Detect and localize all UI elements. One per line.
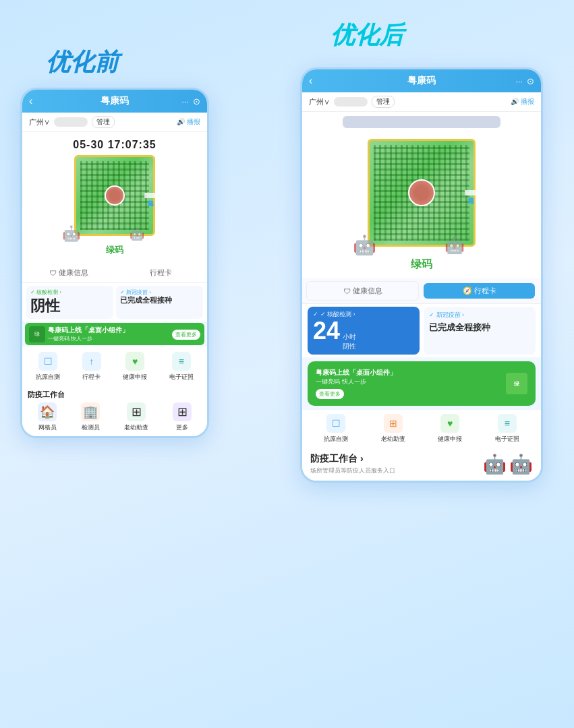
after-tab-travel[interactable]: 🧭 行程卡 xyxy=(424,283,535,299)
after-icon-laoyou[interactable]: ⊞ 老幼助查 xyxy=(381,414,405,444)
banner-text: 粤康码上线「桌面小组件」 一键亮码 快人一步 xyxy=(48,326,169,342)
work-item-wangge[interactable]: 🏠 网格员 xyxy=(38,402,57,432)
after-faq-label[interactable]: 常见问题 xyxy=(465,190,477,195)
vaccine-tag: ✓ 新冠疫苗 › xyxy=(120,289,199,296)
tab-travel[interactable]: 行程卡 xyxy=(115,263,207,282)
after-see-more-button[interactable]: 查看更多 xyxy=(316,389,344,399)
after-manage-button[interactable]: 管理 xyxy=(372,96,395,108)
after-travel-tab-label: 行程卡 xyxy=(474,286,496,296)
manage-button[interactable]: 管理 xyxy=(92,116,115,128)
after-kangyuan-icon: ☐ xyxy=(326,414,345,433)
after-vaccine-card: ✓ 新冠疫苗 › 已完成全程接种 xyxy=(424,307,536,355)
nucleic-card: ✓ 核酸检测 › 阴性 xyxy=(26,286,113,319)
after-tab-health[interactable]: 🛡 健康信息 xyxy=(306,281,419,301)
work-item-jiance[interactable]: 🏢 检测员 xyxy=(81,402,100,432)
after-banner-text: 粤康码上线「桌面小组件」 一键亮码 快人一步 查看更多 xyxy=(316,368,502,399)
before-health-section: ✓ 核酸检测 › 阴性 ✓ 新冠疫苗 › 已完成全程接种 xyxy=(22,283,207,322)
after-broadcast-button[interactable]: 🔊 播报 xyxy=(511,97,534,107)
see-more-button[interactable]: 查看更多 xyxy=(172,330,200,340)
xingcheng-icon: ↑ xyxy=(82,352,101,371)
after-laoyou-label: 老幼助查 xyxy=(381,435,405,444)
after-icon-dianzi[interactable]: ≡ 电子证照 xyxy=(495,414,519,444)
robot-icon-1: 🤖 xyxy=(483,453,507,475)
topbar-icons-right: ··· ⊙ xyxy=(181,96,200,107)
after-qr-center xyxy=(408,179,435,206)
qr-center xyxy=(105,185,125,206)
qr-pattern xyxy=(76,157,153,234)
before-qr-section: 05-30 17:07:35 常见问题 🤖 🤖 绿码 xyxy=(22,132,207,263)
after-icon-kangyuan[interactable]: ☐ 抗原自测 xyxy=(324,414,348,444)
travel-tab-label: 行程卡 xyxy=(150,268,172,278)
broadcast-button[interactable]: 🔊 播报 xyxy=(177,117,200,127)
work-item-more[interactable]: ⊞ 更多 xyxy=(173,402,192,432)
after-tab-bar: 🛡 健康信息 🧭 行程卡 xyxy=(302,278,541,304)
vaccine-value: 已完成全程接种 xyxy=(120,296,199,305)
after-jiankang-icon: ♥ xyxy=(440,414,459,433)
icon-item-dianzi[interactable]: ≡ 电子证照 xyxy=(169,352,194,382)
after-title: 粤康码 xyxy=(407,75,436,87)
after-dots-icon[interactable]: ··· xyxy=(515,76,523,86)
location-label[interactable]: 广州∨ xyxy=(29,117,50,127)
work-grid: 🏠 网格员 🏢 检测员 ⊞ 老幼助查 ⊞ 更多 xyxy=(28,402,202,432)
after-laoyou-icon: ⊞ xyxy=(384,414,403,433)
after-qr-pattern xyxy=(370,141,473,245)
banner-subtitle: 一键亮码 快人一步 xyxy=(48,335,169,342)
jiankang-icon: ♥ xyxy=(125,352,144,371)
after-health-tab-label: 健康信息 xyxy=(353,286,382,296)
after-icon-jiankang[interactable]: ♥ 健康申报 xyxy=(438,414,462,444)
after-work-title[interactable]: 防疫工作台 › xyxy=(310,453,395,465)
icon-item-kangyuan[interactable]: ☐ 抗原自测 xyxy=(36,352,60,382)
hours-number: 24 xyxy=(313,319,340,343)
before-green-banner: 绿 粤康码上线「桌面小组件」 一键亮码 快人一步 查看更多 xyxy=(25,323,204,345)
jiance-label: 检测员 xyxy=(82,423,100,432)
after-location-label[interactable]: 广州∨ xyxy=(309,97,330,107)
back-icon[interactable]: ‹ xyxy=(29,95,32,107)
after-icon-grid: ☐ 抗原自测 ⊞ 老幼助查 ♥ 健康申报 ≡ 电子证照 xyxy=(302,410,541,448)
banner-title: 粤康码上线「桌面小组件」 xyxy=(48,326,169,335)
after-work-content: 防疫工作台 › 场所管理员等防疫人员服务入口 xyxy=(310,453,395,475)
after-character-left: 🤖 xyxy=(353,234,376,256)
health-info-icon: 🛡 xyxy=(49,269,57,277)
target-icon[interactable]: ⊙ xyxy=(193,96,200,107)
user-name-blur xyxy=(343,116,500,128)
after-jiankang-label: 健康申报 xyxy=(438,435,462,444)
after-user-name-pill xyxy=(334,97,368,107)
work-title: 防疫工作台 xyxy=(28,390,202,400)
banner-icon: 绿 xyxy=(29,326,45,342)
after-phone: ‹ 粤康码 ··· ⊙ 广州∨ 管理 🔊 播报 xyxy=(300,67,543,483)
travel-compass-icon: 🧭 xyxy=(463,286,472,295)
wangge-icon: 🏠 xyxy=(38,402,57,421)
after-kangyuan-label: 抗原自测 xyxy=(324,435,348,444)
after-banner-title: 粤康码上线「桌面小组件」 xyxy=(316,368,502,377)
before-tab-bar: 🛡 健康信息 行程卡 xyxy=(22,263,207,283)
faq-side-label[interactable]: 常见问题 xyxy=(144,193,156,198)
health-shield-icon: 🛡 xyxy=(343,287,351,295)
dots-icon[interactable]: ··· xyxy=(181,96,189,107)
dianzi-label: 电子证照 xyxy=(169,373,194,382)
after-work-subtitle: 场所管理员等防疫人员服务入口 xyxy=(310,466,395,475)
work-item-laoyou[interactable]: ⊞ 老幼助查 xyxy=(124,402,148,432)
after-dianzi-label: 电子证照 xyxy=(495,435,519,444)
after-banner-icon: 绿 xyxy=(506,373,527,394)
after-qr-section: 常见问题 🤖 🤖 绿码 xyxy=(302,132,541,278)
character-decoration-2: 🤖 xyxy=(130,226,144,241)
jiankang-label: 健康申报 xyxy=(123,373,147,382)
after-health-row: ✓ ✓ 核酸检测 › 24 小时 阴性 ✓ 新冠疫苗 › 已完成全程接种 xyxy=(302,304,541,357)
icon-item-xingcheng[interactable]: ↑ 行程卡 xyxy=(82,352,101,382)
hours-label: 小时 xyxy=(343,332,356,342)
after-nucleic-value: 阴性 xyxy=(343,342,356,351)
before-icon-grid: ☐ 抗原自测 ↑ 行程卡 ♥ 健康申报 ≡ 电子证照 xyxy=(22,346,207,387)
after-vaccine-tag: ✓ 新冠疫苗 › xyxy=(429,311,530,320)
nucleic-value: 阴性 xyxy=(30,296,109,316)
kangyuan-label: 抗原自测 xyxy=(36,373,60,382)
after-name-area xyxy=(302,112,541,132)
xingcheng-label: 行程卡 xyxy=(82,373,101,382)
before-phone: ‹ 粤康码 ··· ⊙ 广州∨ 管理 🔊 播报 05-30 17:07:35 xyxy=(20,88,209,438)
after-label: 优化后 xyxy=(331,19,403,52)
main-container: 优化前 优化后 ‹ 粤康码 ··· ⊙ 广州∨ 管理 🔊 播报 05-30 17… xyxy=(0,0,574,728)
after-dianzi-icon: ≡ xyxy=(498,414,517,433)
icon-item-jiankang[interactable]: ♥ 健康申报 xyxy=(123,352,147,382)
after-back-icon[interactable]: ‹ xyxy=(309,75,312,87)
tab-health[interactable]: 🛡 健康信息 xyxy=(22,263,115,282)
after-target-icon[interactable]: ⊙ xyxy=(527,76,534,86)
